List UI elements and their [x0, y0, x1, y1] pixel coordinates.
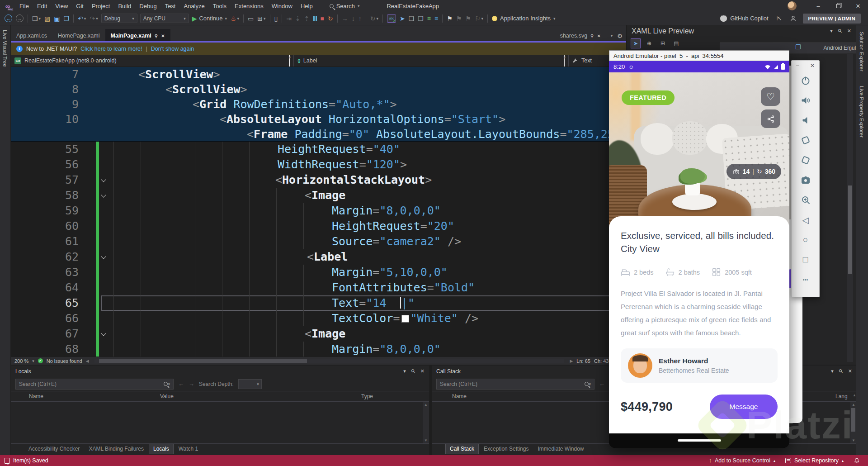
- live-visual-tree-tab[interactable]: Live Visual Tree: [0, 25, 10, 71]
- code-line-55[interactable]: 55HeightRequest="40": [11, 142, 626, 157]
- clear-bookmarks-icon[interactable]: ⚐▾: [473, 13, 485, 24]
- paste-doc-icon[interactable]: ❐: [416, 13, 425, 24]
- menu-window[interactable]: Window: [268, 1, 297, 11]
- scroll-left-icon[interactable]: ◀: [86, 359, 89, 363]
- zoom-icon[interactable]: [792, 190, 819, 210]
- close-icon[interactable]: ✕: [597, 33, 600, 38]
- menu-edit[interactable]: Edit: [33, 1, 51, 11]
- preview-grid-icon[interactable]: ⊞: [658, 38, 668, 48]
- preview-scrollbar[interactable]: ▲: [847, 54, 853, 362]
- panel-tab-call-stack[interactable]: Call Stack: [445, 444, 479, 454]
- back-icon[interactable]: ◁: [792, 210, 819, 230]
- menu-extensions[interactable]: Extensions: [231, 1, 268, 11]
- new-item-icon[interactable]: ❏▾: [30, 13, 42, 24]
- share-button[interactable]: [761, 109, 780, 128]
- pointer-mode-icon[interactable]: ➤: [398, 13, 407, 24]
- home-icon[interactable]: ○: [792, 230, 819, 250]
- editor-options-gear-icon[interactable]: ⚙: [617, 33, 623, 39]
- code-view[interactable]: 55HeightRequest="40"56WidthRequest="120"…: [11, 142, 626, 357]
- platform-combo[interactable]: Any CPU▾: [140, 14, 189, 23]
- menu-project[interactable]: Project: [88, 1, 114, 11]
- open-folder-icon[interactable]: ▨: [42, 13, 52, 24]
- spell-check-icon[interactable]: abc✔: [385, 13, 398, 24]
- tab-list-chevron-icon[interactable]: ▾: [611, 33, 613, 38]
- step-back-icon[interactable]: ↑: [357, 13, 363, 24]
- search-prev-icon[interactable]: ←: [599, 380, 605, 387]
- minimize-button[interactable]: –: [808, 0, 828, 12]
- device-phone-icon[interactable]: ▯: [273, 13, 280, 24]
- menu-help[interactable]: Help: [297, 1, 317, 11]
- element-dropdown[interactable]: ⟨⟩ Label ▾: [294, 55, 569, 67]
- panel-tab-exception-settings[interactable]: Exception Settings: [480, 444, 533, 454]
- search-input[interactable]: Search (Ctrl+E)▾: [436, 379, 594, 390]
- overview-icon[interactable]: □: [792, 250, 819, 270]
- pin-icon[interactable]: ⚲: [590, 33, 594, 38]
- column-name[interactable]: Name: [29, 393, 43, 399]
- search-input[interactable]: Search (Ctrl+E)▾: [15, 379, 174, 390]
- menu-build[interactable]: Build: [114, 1, 135, 11]
- code-line-8[interactable]: 8<ScrollView>: [11, 82, 626, 97]
- tab-app-xaml-cs[interactable]: App.xaml.cs: [11, 29, 52, 43]
- side-tab-solution-explorer[interactable]: Solution Explorer: [856, 25, 867, 78]
- column-name[interactable]: Name: [452, 393, 467, 399]
- vertical-scrollbar[interactable]: ▲▼: [423, 402, 429, 443]
- restart-button[interactable]: ↻: [326, 13, 335, 24]
- debug-config-combo[interactable]: Debug▾: [101, 14, 137, 23]
- search-depth-select[interactable]: ▾: [238, 379, 262, 389]
- code-line-68[interactable]: 68Margin="8,0,0,0": [11, 342, 626, 357]
- favorite-button[interactable]: ♡: [761, 87, 780, 106]
- code-editor[interactable]: 7<ScrollView>8<ScrollView>9<Grid RowDefi…: [11, 67, 626, 365]
- close-button[interactable]: ✕: [848, 0, 868, 12]
- show-next-statement-icon[interactable]: ⇥: [284, 13, 293, 24]
- minimize-icon[interactable]: –: [796, 62, 799, 69]
- chevron-down-icon[interactable]: ▾: [831, 368, 834, 374]
- search-next-icon[interactable]: →: [189, 380, 194, 387]
- run-to-cursor-icon[interactable]: →: [340, 13, 350, 24]
- search-prev-icon[interactable]: ←: [178, 380, 184, 387]
- column-lang[interactable]: Lang: [835, 393, 848, 399]
- add-to-source-control-button[interactable]: ↑ Add to Source Control ▴: [709, 457, 775, 464]
- panel-tab-immediate-window[interactable]: Immediate Window: [533, 444, 588, 454]
- menu-view[interactable]: View: [51, 1, 72, 11]
- scroll-down-icon[interactable]: ▼: [852, 438, 855, 442]
- bookmark-icon[interactable]: ⚑: [445, 13, 454, 24]
- message-button[interactable]: Message: [710, 395, 778, 419]
- preview-admin-button[interactable]: PREVIEW | ADMIN: [803, 14, 861, 24]
- scroll-up-icon[interactable]: ▲: [424, 403, 428, 407]
- github-copilot-button[interactable]: GitHub Copilot: [718, 13, 770, 24]
- close-icon[interactable]: ✕: [848, 368, 852, 374]
- code-line-60[interactable]: 60HeightRequest="20": [11, 219, 626, 234]
- code-line-65[interactable]: 65Text="14 |": [11, 295, 626, 311]
- tab-homepage-xaml[interactable]: HomePage.xaml: [52, 29, 105, 43]
- dont-show-again-link[interactable]: Don't show again: [151, 46, 194, 52]
- code-line-56[interactable]: 56WidthRequest="120">: [11, 157, 626, 172]
- fold-chevron-icon[interactable]: [101, 254, 106, 259]
- pin-icon[interactable]: ⚲: [410, 368, 416, 375]
- pin-icon[interactable]: ⚲: [836, 28, 843, 34]
- share-icon[interactable]: ⇱: [775, 13, 783, 24]
- panel-body[interactable]: ▲▼: [11, 402, 429, 443]
- next-bookmark-icon[interactable]: ⚑: [463, 13, 473, 24]
- menu-git[interactable]: Git: [72, 1, 88, 11]
- code-line-64[interactable]: 64FontAttributes="Bold": [11, 280, 626, 295]
- code-line-67[interactable]: 67<Image: [11, 326, 626, 342]
- undo-icon[interactable]: ↶▾: [76, 13, 88, 24]
- emulator-title-bar[interactable]: Android Emulator - pixel_5_-_api_34:5554: [609, 50, 789, 61]
- screenshot-icon[interactable]: [792, 170, 819, 190]
- zoom-level[interactable]: 200 %: [14, 358, 28, 364]
- scroll-up-icon[interactable]: ▲: [849, 48, 852, 52]
- continue-button[interactable]: ▶Continue▾: [190, 13, 229, 24]
- code-line-57[interactable]: 57<HorizontalStackLayout>: [11, 172, 626, 188]
- step-out-icon[interactable]: ⇡: [302, 13, 311, 24]
- save-icon[interactable]: ▣: [52, 13, 61, 24]
- app-insights-item[interactable]: Application Insights▾: [490, 13, 557, 24]
- pause-button[interactable]: [311, 13, 319, 24]
- publish-icon[interactable]: ▭: [246, 13, 255, 24]
- pin-icon[interactable]: ⚲: [155, 33, 158, 38]
- pin-icon[interactable]: ⚲: [837, 368, 844, 375]
- more-icon[interactable]: •••: [792, 270, 819, 290]
- rotate-right-icon[interactable]: [792, 150, 819, 170]
- fold-chevron-icon[interactable]: [101, 331, 106, 336]
- menu-tools[interactable]: Tools: [209, 1, 231, 11]
- learn-more-link[interactable]: Click here to learn more!: [80, 46, 142, 52]
